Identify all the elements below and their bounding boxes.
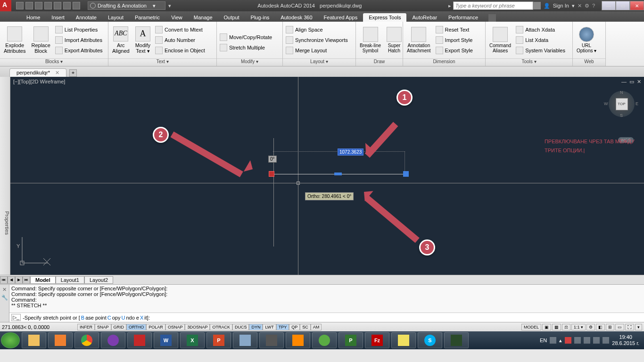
- status-icon[interactable]: ⛶: [625, 324, 634, 330]
- search-icon[interactable]: [533, 2, 541, 9]
- taskbar-item-autocad[interactable]: [127, 332, 152, 348]
- tray-chevron-icon[interactable]: ▴: [559, 337, 562, 344]
- export-attributes-button[interactable]: Export Attributes: [53, 45, 105, 56]
- tab-parametric[interactable]: Parametric: [129, 13, 165, 22]
- annotation-scale-icon[interactable]: ⚖: [562, 324, 570, 330]
- doc-tab[interactable]: perpendikulqr* ✕: [9, 68, 66, 77]
- battery-icon[interactable]: [603, 337, 609, 344]
- model-space-toggle[interactable]: MODEL: [521, 324, 541, 330]
- tab-layout[interactable]: Layout: [102, 13, 129, 22]
- taskbar-item-viber[interactable]: [101, 332, 125, 348]
- layout-tab-1[interactable]: Layout1: [56, 276, 84, 284]
- ribbon-collapse-icon[interactable]: [488, 14, 496, 22]
- move-copy-rotate-button[interactable]: Move/Copy/Rotate: [218, 32, 274, 42]
- status-toggle-3dosnap[interactable]: 3DOSNAP: [185, 324, 210, 330]
- status-toggle-snap[interactable]: SNAP: [95, 324, 111, 330]
- tab-output[interactable]: Output: [218, 13, 245, 22]
- status-toggle-lwt[interactable]: LWT: [263, 324, 276, 330]
- drawing-canvas[interactable]: [−][Top][2D Wireframe] — ▭ ✕ TOP N E S W…: [10, 77, 644, 275]
- panel-title-modify[interactable]: Modify ▾: [217, 58, 282, 66]
- layout-tab-model[interactable]: Model: [30, 276, 56, 284]
- annotation-attachment-button[interactable]: Annotation Attachment: [404, 23, 434, 58]
- status-icon[interactable]: ⚙: [586, 324, 595, 330]
- close-icon[interactable]: ✕: [0, 287, 9, 293]
- tab-featured[interactable]: Featured Apps: [318, 13, 363, 22]
- export-style-button[interactable]: Export Style: [434, 45, 475, 56]
- action-center-icon[interactable]: [574, 337, 581, 344]
- command-input[interactable]: ▷_ -Specify stretch point or [Base point…: [9, 313, 644, 322]
- status-toggle-dyn[interactable]: DYN: [249, 324, 263, 330]
- reset-text-button[interactable]: Reset Text: [434, 25, 475, 35]
- tab-annotate[interactable]: Annotate: [70, 13, 102, 22]
- scale-dropdown[interactable]: 1:1 ▾: [571, 324, 586, 330]
- taskbar-item-explorer[interactable]: [22, 332, 46, 348]
- save-icon[interactable]: [35, 2, 42, 9]
- network-icon[interactable]: [584, 337, 590, 344]
- start-button[interactable]: [1, 332, 20, 348]
- status-icon[interactable]: ◧: [596, 324, 605, 330]
- stretch-multiple-button[interactable]: Stretch Multiple: [218, 42, 274, 53]
- grip-mid[interactable]: [334, 173, 342, 175]
- sync-viewports-button[interactable]: Synchronize Viewports: [284, 35, 350, 45]
- clock[interactable]: 19:40 28.6.2015 г.: [612, 334, 639, 346]
- properties-palette[interactable]: Properties: [0, 77, 10, 275]
- help-icon[interactable]: ?: [592, 3, 595, 8]
- taskbar-item-calc[interactable]: [233, 332, 257, 348]
- taskbar-item-ppt[interactable]: P: [206, 332, 231, 348]
- coordinates-display[interactable]: 271.0863< 0, 0.0000: [2, 324, 77, 330]
- status-toggle-grid[interactable]: GRID: [111, 324, 127, 330]
- close-tab-icon[interactable]: ✕: [55, 70, 59, 75]
- tab-insert[interactable]: Insert: [46, 13, 70, 22]
- chevron-down-icon[interactable]: ▾: [572, 3, 575, 9]
- arc-aligned-button[interactable]: ABCArc Aligned: [109, 23, 132, 58]
- command-history[interactable]: Command: Specify opposite corner or [Fen…: [9, 285, 644, 313]
- taskbar-item-monitor[interactable]: [444, 332, 469, 348]
- panel-title-layout[interactable]: Layout ▾: [283, 58, 355, 66]
- taskbar-item-skype[interactable]: S: [418, 332, 442, 348]
- tab-view[interactable]: View: [165, 13, 188, 22]
- layout-tab-2[interactable]: Layout2: [84, 276, 113, 284]
- signin-button[interactable]: Sign In: [553, 3, 569, 8]
- close-button[interactable]: ✕: [630, 1, 644, 10]
- status-icon[interactable]: ⊞: [606, 324, 614, 330]
- enclose-button[interactable]: Enclose in Object: [153, 45, 207, 56]
- exchange-apps-icon[interactable]: ⚙: [585, 3, 589, 9]
- auto-number-button[interactable]: Auto Number: [153, 35, 207, 45]
- wrench-icon[interactable]: 🔧: [0, 295, 9, 301]
- merge-layout-button[interactable]: Merge Layout: [284, 45, 350, 56]
- close-viewport-icon[interactable]: ✕: [637, 79, 641, 85]
- taskbar-item-pdf[interactable]: [259, 332, 284, 348]
- tab-express[interactable]: Express Tools: [363, 13, 406, 22]
- taskbar-item-filezilla[interactable]: Fz: [365, 332, 389, 348]
- list-properties-button[interactable]: List Properties: [53, 25, 105, 35]
- import-attributes-button[interactable]: Import Attributes: [53, 35, 105, 45]
- super-hatch-button[interactable]: Super Hatch: [384, 23, 405, 58]
- plot-icon[interactable]: [54, 2, 61, 9]
- exchange-icon[interactable]: ✕: [578, 3, 582, 9]
- prev-layout-icon[interactable]: ◀: [8, 276, 15, 284]
- tab-plugins[interactable]: Plug-ins: [245, 13, 275, 22]
- import-style-button[interactable]: Import Style: [434, 35, 475, 45]
- next-layout-icon[interactable]: ▶: [15, 276, 23, 284]
- redo-icon[interactable]: [73, 2, 80, 9]
- replace-block-button[interactable]: Replace Block: [28, 23, 53, 58]
- convert-mtext-button[interactable]: Convert to Mtext: [153, 25, 207, 35]
- taskbar-item-vlc[interactable]: [286, 332, 310, 348]
- maximize-viewport-icon[interactable]: ▭: [629, 79, 634, 85]
- volume-icon[interactable]: [593, 337, 600, 344]
- tab-home[interactable]: Home: [21, 13, 46, 22]
- app-logo-icon[interactable]: [0, 0, 11, 11]
- angle-input[interactable]: 0°: [268, 156, 277, 163]
- maximize-button[interactable]: ▭: [616, 1, 630, 10]
- viewport-label[interactable]: [−][Top][2D Wireframe]: [13, 79, 65, 84]
- grip-active[interactable]: [269, 171, 274, 177]
- taskbar-item-media[interactable]: [48, 332, 73, 348]
- viewcube[interactable]: TOP N E S W: [609, 91, 635, 117]
- taskbar-item-project[interactable]: P: [339, 332, 363, 348]
- align-space-button[interactable]: Align Space: [284, 25, 350, 35]
- status-toggle-sc[interactable]: SC: [300, 324, 311, 330]
- undo-icon[interactable]: [63, 2, 71, 9]
- taskbar-item-notes[interactable]: [391, 332, 416, 348]
- status-icon[interactable]: ▾: [635, 324, 642, 330]
- open-icon[interactable]: [25, 2, 33, 9]
